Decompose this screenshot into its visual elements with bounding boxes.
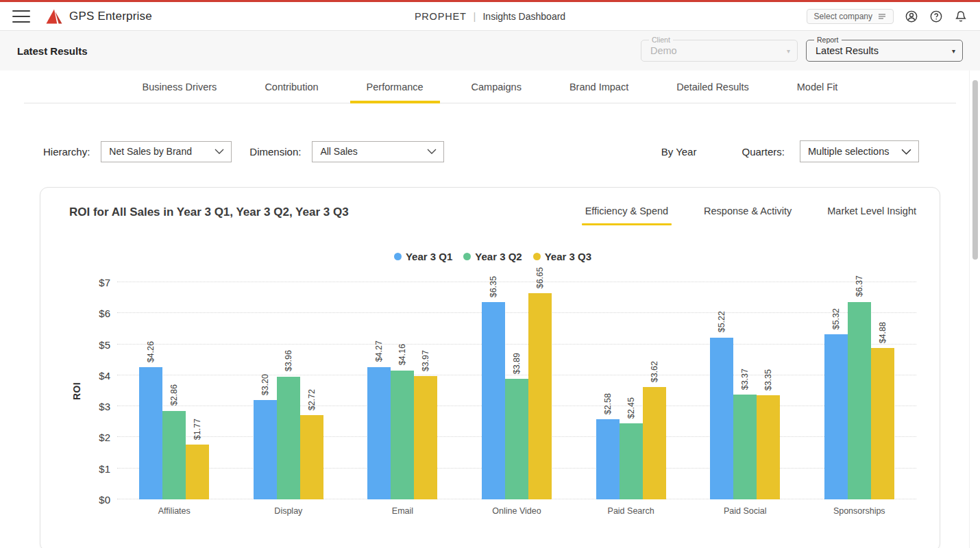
bar[interactable]: $4.26	[139, 367, 162, 499]
legend-label: Year 3 Q1	[406, 251, 452, 262]
client-select-label: Client	[649, 36, 673, 44]
bar[interactable]: $3.20	[254, 400, 277, 499]
scrollbar-thumb[interactable]	[972, 80, 978, 260]
hamburger-menu-icon[interactable]	[12, 10, 30, 23]
bar-value-label: $3.62	[650, 361, 659, 382]
dimension-label: Dimension:	[249, 146, 301, 158]
client-select-value: Demo	[650, 45, 677, 56]
bar-value-label: $5.22	[717, 311, 726, 332]
bar-value-label: $3.37	[740, 369, 750, 390]
x-category-label: Sponsorships	[802, 506, 916, 516]
subtab-market-level-insight[interactable]: Market Level Insight	[827, 206, 916, 221]
bar-value-label: $1.77	[193, 419, 202, 440]
bar[interactable]: $2.58	[596, 419, 620, 499]
y-tick-label: $3	[99, 401, 110, 412]
bar[interactable]: $1.77	[186, 445, 209, 499]
product-name: PROPHET	[415, 11, 467, 22]
bar[interactable]: $6.35	[482, 302, 505, 499]
x-category-label: Online Video	[460, 506, 574, 516]
tab-business-drivers[interactable]: Business Drivers	[138, 71, 221, 103]
quarters-select[interactable]: Multiple selections	[800, 140, 919, 162]
hierarchy-value: Net Sales by Brand	[109, 146, 192, 157]
brand: GPS Enterprise	[45, 8, 152, 25]
subtab-response-activity[interactable]: Response & Activity	[704, 206, 792, 221]
brand-name: GPS Enterprise	[69, 10, 152, 23]
chevron-down-icon	[901, 149, 911, 155]
bar[interactable]: $3.62	[643, 387, 666, 499]
y-tick-label: $5	[99, 338, 110, 350]
bar-value-label: $3.96	[284, 350, 293, 371]
page-name: Insights Dashboard	[482, 11, 565, 22]
company-filter-icon	[878, 13, 886, 20]
bar[interactable]: $2.45	[620, 423, 643, 499]
bar-value-label: $2.86	[169, 384, 179, 406]
main-tabs: Business Drivers Contribution Performanc…	[0, 71, 980, 103]
client-caret-icon: ▾	[787, 47, 790, 55]
bar[interactable]: $4.27	[367, 367, 391, 499]
bar-value-label: $6.35	[489, 276, 498, 297]
filter-bar: Hierarchy: Net Sales by Brand Dimension:…	[0, 103, 980, 175]
bar-value-label: $5.32	[831, 308, 841, 329]
account-icon[interactable]	[905, 10, 918, 23]
report-select[interactable]: Report Latest Results ▾	[806, 40, 963, 62]
report-caret-icon: ▾	[952, 47, 955, 55]
bar[interactable]: $3.35	[757, 395, 780, 499]
bar[interactable]: $3.96	[277, 377, 300, 499]
bar-group: $4.27$4.16$3.97Email	[345, 282, 460, 499]
dimension-select[interactable]: All Sales	[312, 141, 444, 162]
tab-performance[interactable]: Performance	[363, 71, 428, 103]
legend-item[interactable]: Year 3 Q2	[463, 249, 522, 263]
vertical-scrollbar	[969, 71, 980, 548]
y-tick-label: $1	[99, 462, 110, 474]
bar[interactable]: $6.65	[528, 293, 552, 499]
select-company-button[interactable]: Select company	[807, 9, 894, 24]
bar[interactable]: $2.72	[300, 415, 323, 499]
bar[interactable]: $5.32	[824, 334, 848, 499]
client-select: Client Demo ▾	[641, 40, 798, 62]
bar[interactable]: $4.16	[391, 371, 414, 499]
bar[interactable]: $5.22	[710, 338, 733, 499]
bar[interactable]: $4.88	[871, 348, 894, 499]
hierarchy-label: Hierarchy:	[43, 146, 90, 158]
tab-campaigns[interactable]: Campaigns	[467, 71, 526, 103]
legend-item[interactable]: Year 3 Q1	[394, 249, 452, 263]
chart-title: ROI for All Sales in Year 3 Q1, Year 3 Q…	[69, 206, 349, 219]
hierarchy-select[interactable]: Net Sales by Brand	[101, 141, 232, 162]
bar[interactable]: $3.97	[414, 376, 437, 499]
y-axis-title: ROI	[68, 282, 86, 499]
help-icon[interactable]	[929, 10, 943, 23]
chart-card: ROI for All Sales in Year 3 Q1, Year 3 Q…	[40, 187, 940, 548]
y-tick-label: $4	[99, 369, 110, 381]
bar-value-label: $4.16	[397, 344, 407, 365]
bar[interactable]: $3.89	[505, 379, 528, 499]
tab-model-fit[interactable]: Model Fit	[793, 71, 842, 103]
title-divider: |	[474, 10, 476, 22]
tab-contribution[interactable]: Contribution	[260, 71, 322, 103]
page-toolbar: Latest Results Client Demo ▾ Report Late…	[0, 31, 980, 71]
bar-group: $5.22$3.37$3.35Paid Social	[688, 282, 803, 499]
y-tick-label: $2	[99, 432, 110, 443]
app-header: GPS Enterprise PROPHET | Insights Dashbo…	[0, 2, 980, 31]
legend-label: Year 3 Q3	[545, 251, 591, 262]
legend-label: Year 3 Q2	[475, 251, 522, 262]
bar[interactable]: $2.86	[162, 411, 186, 500]
x-category-label: Affiliates	[117, 506, 232, 516]
brand-logo-triangle-icon	[45, 8, 63, 25]
notifications-bell-icon[interactable]	[954, 10, 968, 23]
bar-value-label: $3.35	[763, 369, 773, 390]
bar[interactable]: $6.37	[848, 302, 871, 500]
bar[interactable]: $3.37	[733, 395, 757, 499]
y-axis-ticks: $0$1$2$3$4$5$6$7	[86, 282, 117, 499]
bar-value-label: $6.65	[535, 267, 545, 288]
tab-brand-impact[interactable]: Brand Impact	[565, 71, 633, 103]
chart-subtabs: Efficiency & Spend Response & Activity M…	[585, 206, 918, 221]
bar-group: $4.26$2.86$1.77Affiliates	[117, 282, 232, 499]
subtab-efficiency-spend[interactable]: Efficiency & Spend	[585, 206, 668, 221]
quarters-label: Quarters:	[742, 146, 785, 158]
bar-chart: ROI $0$1$2$3$4$5$6$7 $4.26$2.86$1.77Affi…	[68, 282, 918, 499]
x-category-label: Email	[345, 506, 460, 516]
tab-detailed-results[interactable]: Detailed Results	[672, 71, 753, 103]
bar-group: $3.20$3.96$2.72Display	[232, 282, 346, 499]
legend-item[interactable]: Year 3 Q3	[533, 249, 591, 263]
x-category-label: Paid Search	[574, 506, 688, 516]
